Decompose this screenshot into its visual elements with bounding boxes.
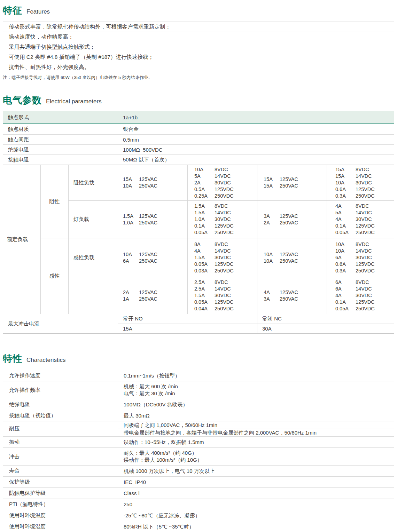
characteristic-value: 100MΩ（DC500V 兆欧表） [118,399,394,410]
characteristic-value: 机械：最大 600 次 /min 电气：最大 30 次 /min [118,381,394,399]
characteristic-value: 同极端子之间 1,000VAC，50/60Hz 1min 带电金属部件与接地之间… [118,421,394,436]
load-type: 灯负载 [68,200,118,238]
impact-no-label: 常开 NO [118,314,257,324]
vac-cell: 4A 3A 125VAC 250VAC [257,277,327,314]
characteristics-title: 特性 Characteristics [3,352,394,365]
row-label: 触点材质 [3,124,118,134]
rated-load-table: 额定负载 阻性 感性 阻性负载 15A 10A 125VAC 250VAC 10… [3,165,394,314]
characteristic-row: 使用时环境湿度 80%RH 以下（5℃ ~35℃时） [3,521,394,532]
vdc-volts: 8VDC 14VDC 30VDC 125VDC 250VDC [215,166,234,199]
characteristic-row: 防触电保护等级 Class Ⅰ [3,487,394,499]
electrical-title-cn: 电气参数 [3,94,42,106]
vdc-cell: 15A 15A 10A 0.6A 0.3A 8VDC 14VDC 30VDC 1… [327,165,394,200]
characteristic-row: 冲击 耐久：最大 400m/s²（约 40G） 误动作：最大 100m/s²（约… [3,447,394,465]
vdc-amps: 6A 6A 4A 0.1A 0.05A [335,279,356,312]
vac-volts: 125VAC 250VAC [280,251,298,264]
characteristics-table: 允许操作速度 0.1mm~1m/s（按钮型） 允许操作频率 机械：最大 600 … [3,370,394,532]
vdc-cell: 2.5A 2.5A 1.5A 0.05A 0.04A 8VDC 14VDC 30… [187,277,257,314]
characteristic-label: 绝缘电阻 [3,399,118,410]
characteristic-label: 耐压 [3,421,118,436]
vdc-amps: 10A 10A 6A 0.6A 0.3A [335,241,356,274]
vdc-volts: 8VDC 14VDC 30VDC 125VDC 250VDC [215,241,234,274]
vdc-cell: 8A 4A 1.5A 0.05A 0.03A 8VDC 14VDC 30VDC … [187,238,257,277]
vac-amps: 2A 1A [123,289,139,302]
vdc-cell: 10A 10A 6A 0.6A 0.3A 8VDC 14VDC 30VDC 12… [327,238,394,277]
features-section: 特征 Features 传动形式丰富，除常规七种传动结构外，可根据客户需求重新定… [3,4,394,81]
row-value: 50MΩ 以下（首次） [118,155,394,165]
vdc-amps: 10A 5A 2A 0.5A 0.25A [194,166,215,199]
vac-volts: 125VAC 250VAC [280,176,298,189]
impact-current-label: 最大冲击电流 [3,314,118,333]
characteristic-label: 允许操作频率 [3,381,118,399]
vdc-volts: 8VDC 14VDC 30VDC 125VDC 250VDC [215,279,234,312]
vdc-cell: 6A 6A 4A 0.1A 0.05A 8VDC 14VDC 30VDC 125… [327,277,394,314]
vdc-cell: 1.5A 1.5A 1.0A 0.1A 0.05A 8VDC 14VDC 30V… [187,200,257,238]
characteristic-row: 允许操作频率 机械：最大 600 次 /min 电气：最大 30 次 /min [3,381,394,399]
characteristic-value: -25℃ ~80℃（应无冰冻、凝露） [118,510,394,521]
table-row: 触点材质 银合金 [3,124,394,134]
feature-list: 传动形式丰富，除常规七种传动结构外，可根据客户需求重新定制； 操动速度快，动作精… [3,22,394,72]
vac-amps: 3A 2A [264,213,280,226]
vac-cell: 15A 10A 125VAC 250VAC [118,165,187,200]
row-value: 0.5mm [118,135,394,144]
withstand-voltage-line-2: 带电金属部件与接地之间，各端子与非带电金属部件之间 2,000VAC，50/60… [118,429,394,436]
load-type: 阻性负载 [68,165,118,200]
table-row: 接触电阻 50MΩ 以下（首次） [3,154,394,165]
vdc-volts: 8VDC 14VDC 30VDC 125VDC 250VDC [356,203,375,236]
vac-volts: 125VAC 250VAC [280,213,298,226]
characteristic-value: IEC IP40 [118,477,394,487]
vdc-volts: 8VDC 14VDC 30VDC 125VDC 250VDC [356,166,375,199]
characteristic-label: 冲击 [3,448,118,465]
vdc-amps: 2.5A 2.5A 1.5A 0.05A 0.04A [194,279,215,312]
vac-amps: 15A 10A [123,176,139,189]
impact-current-block: 最大冲击电流 常开 NO 常闭 NC 15A 30A [3,314,394,334]
contact-form-header-row: 触点形式 1a+1b [3,111,394,124]
characteristic-value: 机械 1000 万次以上，电气 10 万次以上 [118,466,394,476]
vac-cell: 15A 15A 125VAC 250VAC [257,165,327,200]
load-group-inductive: 感性 [40,238,68,314]
vac-amps: 10A 6A [123,251,139,264]
row-label: 接触电阻 [3,155,118,165]
vdc-volts: 8VDC 14VDC 30VDC 125VDC 250VDC [356,279,375,312]
table-row: 绝缘电阻 100MΩ 500VDC [3,144,394,154]
withstand-voltage-line-1: 同极端子之间 1,000VAC，50/60Hz 1min [118,421,394,429]
features-title: 特征 Features [3,4,394,17]
datasheet-page: 特征 Features 传动形式丰富，除常规七种传动结构外，可根据客户需求重新定… [0,4,397,532]
vdc-amps: 8A 4A 1.5A 0.05A 0.03A [194,241,215,274]
characteristic-label: 振动 [3,437,118,447]
vac-cell: 10A 10A 125VAC 250VAC [257,238,327,277]
row-value: 银合金 [118,124,394,134]
vac-volts: 125VAC 250VAC [139,289,157,302]
feature-item: 采用共通端子切换型触点接触形式； [3,42,394,52]
feature-item: 传动形式丰富，除常规七种传动结构外，可根据客户需求重新定制； [3,22,394,32]
features-title-cn: 特征 [3,4,22,17]
vdc-amps: 1.5A 1.5A 1.0A 0.1A 0.05A [194,203,215,236]
impact-nc-label: 常闭 NC [257,314,394,324]
characteristic-value: Class Ⅰ [118,488,394,499]
vac-volts: 125VAC 250VAC [139,251,157,264]
vac-cell: 1.5A 1.0A 125VAC 250VAC [118,200,187,238]
vdc-cell: 10A 5A 2A 0.5A 0.25A 8VDC 14VDC 30VDC 12… [187,165,257,200]
characteristic-value: 0.1mm~1m/s（按钮型） [118,370,394,381]
row-label: 绝缘电阻 [3,145,118,154]
characteristic-row: 绝缘电阻 100MΩ（DC500V 兆欧表） [3,399,394,410]
characteristic-row: PTI（漏电特性） 250 [3,499,394,510]
vac-amps: 10A 10A [264,251,280,264]
load-type [68,277,118,314]
characteristic-row: 使用时环境温度 -25℃ ~80℃（应无冰冻、凝露） [3,510,394,521]
electrical-title-en: Electrical parameters [46,98,102,105]
vac-amps: 4A 3A [264,289,280,302]
vac-cell: 10A 6A 125VAC 250VAC [118,238,187,277]
characteristic-value: 80%RH 以下（5℃ ~35℃时） [118,521,394,532]
contact-form-label: 触点形式 [3,111,118,124]
characteristic-label: PTI（漏电特性） [3,499,118,510]
vdc-volts: 8VDC 14VDC 30VDC 125VDC 250VDC [356,241,375,274]
vac-volts: 125VAC 250VAC [280,289,298,302]
characteristic-row: 保护等级 IEC IP40 [3,476,394,487]
characteristics-title-cn: 特性 [3,352,22,365]
characteristic-label: 寿命 [3,466,118,476]
vac-amps: 1.5A 1.0A [123,213,139,226]
impact-nc-value: 30A [257,324,394,333]
characteristic-row: 耐压 同极端子之间 1,000VAC，50/60Hz 1min 带电金属部件与接… [3,421,394,436]
characteristic-value: 误动作：10~55Hz，双振幅 1.5mm [118,437,394,447]
